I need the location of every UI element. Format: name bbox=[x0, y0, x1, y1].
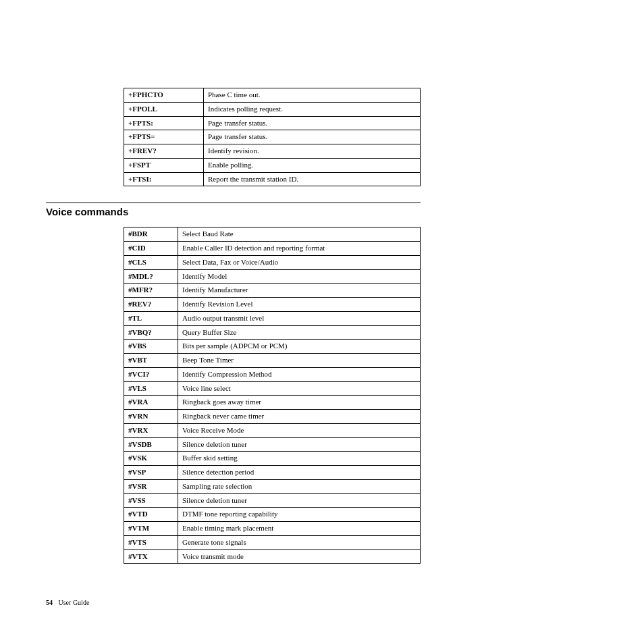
command-description: Voice transmit mode bbox=[178, 549, 421, 564]
command-code: +FPOLL bbox=[124, 102, 204, 116]
command-code: #VRA bbox=[124, 396, 178, 410]
table-row: #VLSVoice line select bbox=[124, 381, 421, 396]
table-row: #VTSGenerate tone signals bbox=[124, 535, 421, 549]
table-row: #VTXVoice transmit mode bbox=[124, 549, 421, 564]
table-row: #VBTBeep Tone Timer bbox=[124, 354, 421, 368]
command-description: Identify revision. bbox=[204, 144, 421, 159]
table-row: #MFR?Identify Manufacturer bbox=[124, 284, 421, 298]
command-code: #VBQ? bbox=[124, 325, 178, 340]
voice-commands-table: #BDRSelect Baud Rate#CIDEnable Caller ID… bbox=[124, 227, 421, 564]
table-row: #VCI?Identify Compression Method bbox=[124, 367, 421, 381]
command-description: Query Buffer Size bbox=[178, 325, 421, 340]
command-code: #BDR bbox=[124, 227, 178, 242]
table-row: +FPOLLIndicates polling request. bbox=[124, 102, 421, 116]
command-code: #CID bbox=[124, 242, 178, 256]
command-code: +FREV? bbox=[124, 144, 204, 159]
section-divider bbox=[46, 203, 421, 203]
command-code: #VBS bbox=[124, 340, 178, 354]
command-description: Bits per sample (ADPCM or PCM) bbox=[178, 340, 421, 354]
table-row: #VSDBSilence deletion tuner bbox=[124, 437, 421, 452]
command-code: +FSPT bbox=[124, 158, 204, 172]
command-description: Sampling rate selection bbox=[178, 479, 421, 493]
command-description: Select Baud Rate bbox=[178, 227, 421, 242]
command-description: Ringback never came timer bbox=[178, 410, 421, 424]
command-description: Identify Model bbox=[178, 269, 421, 284]
command-description: Identify Compression Method bbox=[178, 367, 421, 381]
command-description: Silence deletion tuner bbox=[178, 437, 421, 452]
page-number: 54 bbox=[46, 599, 53, 606]
command-code: #VBT bbox=[124, 354, 178, 368]
command-description: Voice line select bbox=[178, 381, 421, 396]
command-description: Select Data, Fax or Voice/Audio bbox=[178, 255, 421, 269]
command-description: Phase C time out. bbox=[204, 88, 421, 103]
command-code: #MFR? bbox=[124, 284, 178, 298]
table-row: #VTMEnable timing mark placement bbox=[124, 522, 421, 536]
command-code: #TL bbox=[124, 311, 178, 325]
command-code: +FPTS= bbox=[124, 130, 204, 144]
table-row: +FPHCTOPhase C time out. bbox=[124, 88, 421, 103]
command-description: Silence detection period bbox=[178, 466, 421, 480]
command-description: Buffer skid setting bbox=[178, 452, 421, 466]
command-description: Identify Manufacturer bbox=[178, 284, 421, 298]
table-row: #VSKBuffer skid setting bbox=[124, 452, 421, 466]
command-description: Voice Receive Mode bbox=[178, 423, 421, 437]
table-row: +FREV?Identify revision. bbox=[124, 144, 421, 159]
command-description: Enable polling. bbox=[204, 158, 421, 172]
table-row: +FSPTEnable polling. bbox=[124, 158, 421, 172]
command-code: +FPHCTO bbox=[124, 88, 204, 103]
command-code: +FPTS: bbox=[124, 116, 204, 130]
command-code: #MDL? bbox=[124, 269, 178, 284]
table-row: #VRXVoice Receive Mode bbox=[124, 423, 421, 437]
page: +FPHCTOPhase C time out.+FPOLLIndicates … bbox=[0, 0, 644, 644]
table-row: +FPTS:Page transfer status. bbox=[124, 116, 421, 130]
table-row: #VRNRingback never came timer bbox=[124, 410, 421, 424]
command-code: #VTD bbox=[124, 508, 178, 522]
command-code: +FTSI: bbox=[124, 172, 204, 186]
fax-commands-block: +FPHCTOPhase C time out.+FPOLLIndicates … bbox=[124, 88, 421, 186]
command-code: #VSS bbox=[124, 493, 178, 508]
table-row: #VBSBits per sample (ADPCM or PCM) bbox=[124, 340, 421, 354]
command-code: #VTX bbox=[124, 549, 178, 564]
command-description: Beep Tone Timer bbox=[178, 354, 421, 368]
footer-label: User Guide bbox=[59, 599, 90, 606]
table-row: #REV?Identify Revision Level bbox=[124, 298, 421, 312]
table-row: #VSPSilence detection period bbox=[124, 466, 421, 480]
command-code: #VSP bbox=[124, 466, 178, 480]
command-description: Page transfer status. bbox=[204, 116, 421, 130]
table-row: #VTDDTMF tone reporting capability bbox=[124, 508, 421, 522]
command-description: Audio output transmit level bbox=[178, 311, 421, 325]
command-code: #VSDB bbox=[124, 437, 178, 452]
command-code: #VRN bbox=[124, 410, 178, 424]
command-description: Indicates polling request. bbox=[204, 102, 421, 116]
command-code: #VCI? bbox=[124, 367, 178, 381]
command-code: #REV? bbox=[124, 298, 178, 312]
command-code: #VLS bbox=[124, 381, 178, 396]
command-description: Ringback goes away timer bbox=[178, 396, 421, 410]
table-row: #MDL?Identify Model bbox=[124, 269, 421, 284]
table-row: #VBQ?Query Buffer Size bbox=[124, 325, 421, 340]
table-row: +FTSI:Report the transmit station ID. bbox=[124, 172, 421, 186]
table-row: #BDRSelect Baud Rate bbox=[124, 227, 421, 242]
command-description: Silence deletion tuner bbox=[178, 493, 421, 508]
command-description: Generate tone signals bbox=[178, 535, 421, 549]
table-row: #CLSSelect Data, Fax or Voice/Audio bbox=[124, 255, 421, 269]
command-code: #VTS bbox=[124, 535, 178, 549]
command-code: #CLS bbox=[124, 255, 178, 269]
fax-commands-table: +FPHCTOPhase C time out.+FPOLLIndicates … bbox=[124, 88, 421, 186]
table-row: #VRARingback goes away timer bbox=[124, 396, 421, 410]
command-description: Enable timing mark placement bbox=[178, 522, 421, 536]
command-code: #VTM bbox=[124, 522, 178, 536]
command-description: DTMF tone reporting capability bbox=[178, 508, 421, 522]
command-code: #VSR bbox=[124, 479, 178, 493]
command-description: Enable Caller ID detection and reporting… bbox=[178, 242, 421, 256]
page-footer: 54 User Guide bbox=[46, 599, 89, 606]
table-row: +FPTS=Page transfer status. bbox=[124, 130, 421, 144]
table-row: #VSRSampling rate selection bbox=[124, 479, 421, 493]
table-row: #CIDEnable Caller ID detection and repor… bbox=[124, 242, 421, 256]
command-description: Identify Revision Level bbox=[178, 298, 421, 312]
section-title-voice-commands: Voice commands bbox=[46, 206, 549, 217]
command-code: #VRX bbox=[124, 423, 178, 437]
table-row: #TLAudio output transmit level bbox=[124, 311, 421, 325]
command-description: Page transfer status. bbox=[204, 130, 421, 144]
table-row: #VSSSilence deletion tuner bbox=[124, 493, 421, 508]
